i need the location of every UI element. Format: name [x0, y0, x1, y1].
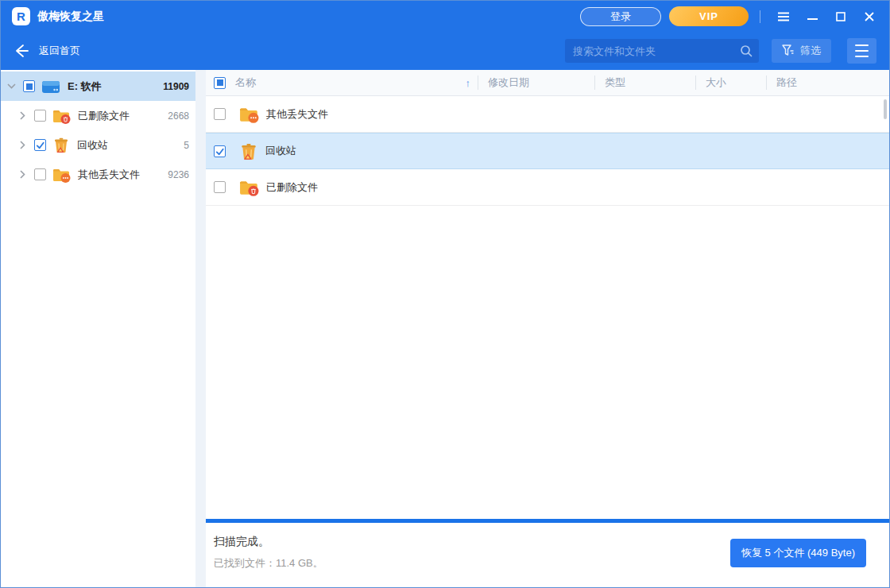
chevron-right-icon[interactable] — [17, 170, 28, 179]
sidebar-item-label: 其他丢失文件 — [78, 168, 140, 182]
sidebar-item-count: 11909 — [163, 81, 189, 92]
row-name: 其他丢失文件 — [266, 107, 328, 122]
toolbar: 返回首页 筛选 — [1, 32, 889, 70]
drive-icon — [41, 79, 60, 95]
checkbox-unchecked[interactable] — [34, 168, 46, 180]
row-name: 回收站 — [265, 144, 296, 158]
close-icon[interactable] — [857, 6, 881, 27]
table-header: 名称 ↑ 修改日期 类型 大小 路径 — [206, 70, 889, 96]
minimize-icon[interactable] — [800, 6, 824, 27]
vertical-scrollbar[interactable] — [884, 99, 887, 119]
column-header-path[interactable]: 路径 — [766, 75, 889, 90]
select-all-checkbox[interactable] — [214, 77, 226, 89]
sidebar-item-label: 已删除文件 — [78, 109, 130, 123]
back-button[interactable]: 返回首页 — [14, 43, 80, 59]
column-header-date[interactable]: 修改日期 — [478, 75, 594, 90]
chevron-right-icon[interactable] — [17, 111, 28, 120]
login-button[interactable]: 登录 — [580, 7, 661, 26]
window-menu-icon[interactable] — [772, 6, 795, 27]
chevron-down-icon[interactable] — [6, 83, 17, 89]
search-box — [565, 39, 759, 63]
titlebar-separator — [760, 10, 760, 23]
row-checkbox-checked[interactable] — [214, 145, 226, 157]
back-arrow-icon — [14, 43, 29, 59]
sidebar: E: 软件 11909 已删除文件 2668 — [1, 70, 195, 587]
scan-status-text: 扫描完成。 — [214, 535, 323, 549]
app-logo-icon: R — [12, 7, 30, 25]
folder-lost-icon — [239, 106, 259, 123]
back-label: 返回首页 — [39, 44, 80, 58]
sidebar-item-count: 9236 — [168, 169, 189, 180]
sidebar-item-recycle-bin[interactable]: 回收站 5 — [1, 130, 195, 160]
checkbox-unchecked[interactable] — [34, 110, 46, 122]
table-row-recycle-bin[interactable]: 回收站 — [206, 133, 889, 169]
row-checkbox-unchecked[interactable] — [214, 108, 226, 120]
row-checkbox-unchecked[interactable] — [214, 181, 226, 193]
sidebar-item-drive-e[interactable]: E: 软件 11909 — [1, 72, 195, 101]
search-input[interactable] — [565, 39, 759, 63]
folder-deleted-icon — [239, 179, 259, 196]
search-icon[interactable] — [740, 44, 753, 57]
file-list-panel: 名称 ↑ 修改日期 类型 大小 路径 其他丢失文件 回 — [206, 70, 889, 587]
vip-button[interactable]: VIP — [669, 6, 749, 26]
statusbar: 扫描完成。 已找到文件：11.4 GB。 恢复 5 个文件 (449 Byte) — [206, 523, 889, 587]
sort-asc-icon[interactable]: ↑ — [466, 77, 471, 89]
checkbox-indeterminate[interactable] — [23, 80, 35, 92]
recover-button[interactable]: 恢复 5 个文件 (449 Byte) — [730, 539, 866, 567]
titlebar: R 傲梅恢复之星 登录 VIP — [1, 1, 889, 32]
recycle-bin-icon — [52, 137, 70, 153]
recycle-bin-icon — [239, 142, 258, 161]
row-name: 已删除文件 — [266, 180, 318, 195]
filter-funnel-icon — [782, 44, 795, 57]
sidebar-item-label: E: 软件 — [68, 79, 102, 94]
sidebar-item-other-lost-files[interactable]: 其他丢失文件 9236 — [1, 160, 195, 189]
sidebar-item-deleted-files[interactable]: 已删除文件 2668 — [1, 101, 195, 130]
app-window: R 傲梅恢复之星 登录 VIP 返回首页 — [0, 0, 890, 588]
sidebar-item-label: 回收站 — [77, 138, 108, 153]
filter-label: 筛选 — [800, 44, 821, 58]
sidebar-item-count: 5 — [184, 140, 189, 151]
chevron-right-icon[interactable] — [17, 141, 28, 149]
sidebar-item-count: 2668 — [168, 110, 189, 122]
table-row-other-lost-files[interactable]: 其他丢失文件 — [206, 96, 889, 133]
column-header-size[interactable]: 大小 — [695, 75, 766, 90]
table-row-deleted-files[interactable]: 已删除文件 — [206, 169, 889, 206]
folder-lost-icon — [52, 167, 71, 183]
scan-detail-text: 已找到文件：11.4 GB。 — [214, 556, 323, 571]
column-header-type[interactable]: 类型 — [594, 75, 695, 90]
folder-deleted-icon — [52, 108, 71, 124]
sidebar-splitter[interactable] — [195, 70, 206, 587]
filter-button[interactable]: 筛选 — [772, 39, 831, 63]
maximize-icon[interactable] — [829, 6, 853, 27]
checkbox-checked[interactable] — [34, 139, 46, 151]
column-header-name[interactable]: 名称 — [235, 75, 256, 90]
hamburger-menu-button[interactable] — [847, 38, 876, 64]
app-title: 傲梅恢复之星 — [37, 10, 104, 24]
